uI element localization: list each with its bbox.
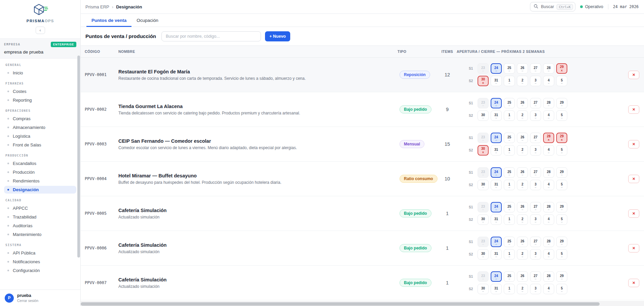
day-cell-4[interactable]: 4 (543, 249, 554, 260)
sidebar-item-front-de-salas[interactable]: Front de Salas (4, 141, 76, 149)
day-cell-1[interactable]: 1 (504, 110, 515, 121)
day-cell-25[interactable]: 25 (504, 271, 515, 282)
day-cell-30[interactable]: 30X (478, 145, 489, 156)
day-cell-24[interactable]: 24 (491, 167, 502, 178)
day-cell-27[interactable]: 27 (530, 63, 541, 74)
day-cell-3[interactable]: 3 (530, 76, 541, 86)
delete-row-button[interactable]: ✕ (628, 140, 639, 148)
sidebar-item-trazabilidad[interactable]: Trazabilidad (4, 213, 76, 221)
day-cell-23[interactable]: 23 (478, 167, 489, 178)
day-cell-26[interactable]: 26 (517, 237, 528, 247)
day-cell-29[interactable]: 29 (556, 98, 567, 108)
day-cell-4[interactable]: 4 (543, 145, 554, 156)
delete-row-button[interactable]: ✕ (628, 105, 639, 114)
day-cell-5[interactable]: 5 (556, 145, 567, 156)
day-cell-26[interactable]: 26 (517, 202, 528, 212)
day-cell-3[interactable]: 3 (530, 284, 541, 294)
sidebar-item-auditorias[interactable]: Auditorías (4, 222, 76, 230)
sidebar-item-api-publica[interactable]: API Pública (4, 249, 76, 257)
day-cell-24[interactable]: 24 (491, 133, 502, 143)
day-cell-31[interactable]: 31 (491, 145, 502, 156)
day-cell-26[interactable]: 26 (517, 167, 528, 178)
sidebar-item-reporting[interactable]: Reporting (4, 96, 76, 104)
day-cell-4[interactable]: 4 (543, 180, 554, 190)
sidebar-item-logistica[interactable]: Logística (4, 132, 76, 140)
day-cell-3[interactable]: 3 (530, 110, 541, 121)
day-cell-26[interactable]: 26 (517, 271, 528, 282)
day-cell-31[interactable]: 31 (491, 76, 502, 86)
day-cell-24[interactable]: 24 (491, 237, 502, 247)
day-cell-24[interactable]: 24 (491, 63, 502, 74)
day-cell-5[interactable]: 5 (556, 180, 567, 190)
tab-ocupacion[interactable]: Ocupación (131, 14, 163, 27)
sidebar-item-almacenamiento[interactable]: Almacenamiento (4, 124, 76, 131)
day-cell-24[interactable]: 24 (491, 271, 502, 282)
day-cell-28[interactable]: 28 (543, 98, 554, 108)
day-cell-3[interactable]: 3 (530, 214, 541, 225)
day-cell-30[interactable]: 30 (478, 214, 489, 225)
sidebar-item-notificaciones[interactable]: Notificaciones (4, 258, 76, 266)
day-cell-24[interactable]: 24 (491, 98, 502, 108)
day-cell-2[interactable]: 2 (517, 145, 528, 156)
day-cell-25[interactable]: 25 (504, 237, 515, 247)
day-cell-5[interactable]: 5 (556, 284, 567, 294)
day-cell-25[interactable]: 25 (504, 167, 515, 178)
day-cell-25[interactable]: 25 (504, 98, 515, 108)
day-cell-28[interactable]: 28X (543, 133, 554, 143)
delete-row-button[interactable]: ✕ (628, 279, 639, 287)
sidebar-item-designacion[interactable]: Designación (4, 186, 76, 194)
day-cell-1[interactable]: 1 (504, 76, 515, 86)
day-cell-1[interactable]: 1 (504, 284, 515, 294)
table-row[interactable]: PPVV-0001Restaurante El Fogón de MaríaRe… (81, 58, 644, 92)
day-cell-26[interactable]: 26 (517, 63, 528, 74)
day-cell-3[interactable]: 3 (530, 145, 541, 156)
day-cell-1[interactable]: 1 (504, 249, 515, 260)
day-cell-5[interactable]: 5 (556, 76, 567, 86)
day-cell-2[interactable]: 2 (517, 110, 528, 121)
delete-row-button[interactable]: ✕ (628, 209, 639, 218)
day-cell-2[interactable]: 2 (517, 76, 528, 86)
day-cell-27[interactable]: 27 (530, 202, 541, 212)
tab-puntos-de-venta[interactable]: Puntos de venta (86, 14, 131, 27)
day-cell-28[interactable]: 28 (543, 202, 554, 212)
day-cell-26[interactable]: 26 (517, 133, 528, 143)
day-cell-29[interactable]: 29 (556, 237, 567, 247)
day-cell-31[interactable]: 31 (491, 249, 502, 260)
table-search-input[interactable] (161, 31, 261, 41)
day-cell-25[interactable]: 25 (504, 133, 515, 143)
day-cell-2[interactable]: 2 (517, 180, 528, 190)
sidebar-scrollbar[interactable] (77, 56, 80, 258)
sidebar-item-appcc[interactable]: APPCC (4, 204, 76, 212)
day-cell-30[interactable]: 30 (478, 180, 489, 190)
day-cell-29[interactable]: 29 (556, 271, 567, 282)
day-cell-2[interactable]: 2 (517, 284, 528, 294)
sidebar-item-compras[interactable]: Compras (4, 115, 76, 123)
sidebar-item-costes[interactable]: Costes (4, 88, 76, 95)
sidebar-item-mantenimiento[interactable]: Mantenimiento (4, 231, 76, 238)
day-cell-31[interactable]: 31 (491, 110, 502, 121)
day-cell-23[interactable]: 23 (478, 63, 489, 74)
sidebar-collapse-button[interactable]: ‹ (36, 27, 45, 34)
day-cell-27[interactable]: 27 (530, 167, 541, 178)
logout-link[interactable]: Cerrar sesión (17, 299, 38, 303)
day-cell-26[interactable]: 26 (517, 98, 528, 108)
day-cell-5[interactable]: 5 (556, 110, 567, 121)
day-cell-3[interactable]: 3 (530, 180, 541, 190)
day-cell-30[interactable]: 30 (478, 249, 489, 260)
delete-row-button[interactable]: ✕ (628, 175, 639, 183)
day-cell-2[interactable]: 2 (517, 214, 528, 225)
day-cell-23[interactable]: 23 (478, 133, 489, 143)
day-cell-23[interactable]: 23 (478, 271, 489, 282)
day-cell-2[interactable]: 2 (517, 249, 528, 260)
day-cell-23[interactable]: 23 (478, 202, 489, 212)
day-cell-5[interactable]: 5 (556, 249, 567, 260)
day-cell-27[interactable]: 27 (530, 237, 541, 247)
day-cell-29[interactable]: 29X (556, 133, 567, 143)
table-row[interactable]: PPVV-0006Cafetería SimulaciónActualizado… (81, 231, 644, 266)
day-cell-25[interactable]: 25 (504, 202, 515, 212)
sidebar-item-rendimientos[interactable]: Rendimientos (4, 177, 76, 185)
day-cell-29[interactable]: 29 (556, 167, 567, 178)
horizontal-scrollbar-thumb[interactable] (81, 302, 600, 306)
day-cell-30[interactable]: 30 (478, 284, 489, 294)
table-row[interactable]: PPVV-0003CEIP San Fernando — Comedor esc… (81, 127, 644, 162)
